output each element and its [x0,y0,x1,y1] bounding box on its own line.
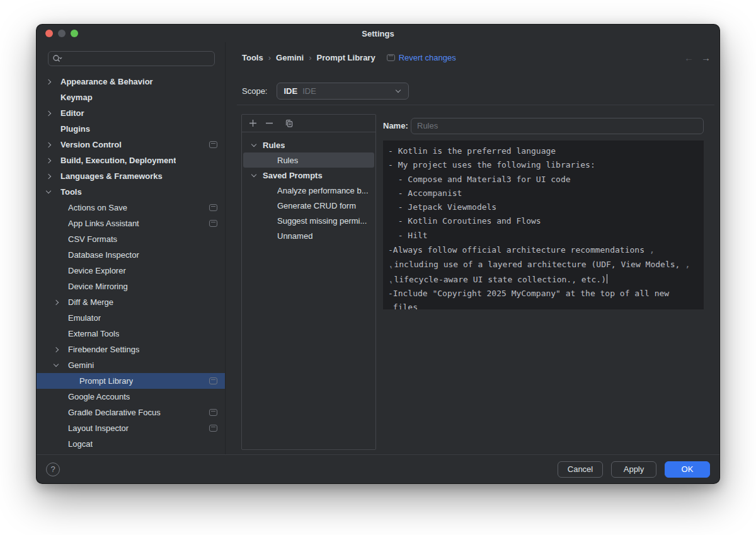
editor-line: - Hilt [388,229,699,243]
apply-button[interactable]: Apply [611,461,656,478]
prompt-list-panel: RulesRulesSaved PromptsAnalyze performan… [241,114,376,450]
ide-level-indicator-icon [209,425,217,432]
back-arrow-icon[interactable]: ← [684,52,694,63]
sidebar-item-gradle-declarative-focus[interactable]: Gradle Declarative Focus [37,405,225,420]
chevron-right-icon[interactable] [45,143,52,147]
sidebar-item-languages-frameworks[interactable]: Languages & Frameworks [37,168,225,184]
sidebar-item-label: Actions on Save [68,203,127,212]
sidebar-item-label: Device Mirroring [68,282,128,291]
sidebar-item-keymap[interactable]: Keymap [37,89,225,105]
add-prompt-button plus-icon[interactable] [246,117,260,130]
sidebar-item-label: Firebender Settings [68,345,139,354]
prompt-tree-label: Saved Prompts [263,171,323,180]
sidebar-item-prompt-library[interactable]: Prompt Library [37,373,225,389]
breadcrumb-item-prompt-library[interactable]: Prompt Library [316,53,375,62]
sidebar-item-editor[interactable]: Editor [37,105,225,121]
search-icon [52,54,63,63]
chevron-down-icon[interactable] [52,364,60,366]
remove-prompt-button minus-icon[interactable] [262,117,276,130]
name-row: Name: [383,117,704,134]
sidebar-item-database-inspector[interactable]: Database Inspector [37,247,225,263]
scope-selected-value: IDE [284,86,297,96]
sidebar-item-label: Languages & Frameworks [60,171,163,181]
chevron-right-icon[interactable] [45,112,52,115]
scope-row: Scope: IDE IDE [242,83,409,100]
scope-dropdown[interactable]: IDE IDE [277,83,409,100]
sidebar-item-label: CSV Formats [68,234,117,244]
editor-line-text: - Kotlin is the preferred language [388,146,556,156]
help-button[interactable]: ? [46,463,60,476]
breadcrumb-item-tools[interactable]: Tools [242,53,263,62]
settings-dialog: Settings Appearance & BehaviorKeymapEdit… [36,24,720,484]
soft-wrap-continuation-icon: , [388,257,393,271]
chevron-down-icon[interactable] [251,144,257,146]
sidebar-item-layout-inspector[interactable]: Layout Inspector [37,420,225,436]
forward-arrow-icon[interactable]: → [701,52,711,63]
sidebar-item-actions-on-save[interactable]: Actions on Save [37,200,225,216]
prompt-tree-item-suggest-missing-permi[interactable]: Suggest missing permi... [243,213,374,228]
ok-button[interactable]: OK [665,461,710,478]
prompt-tree-label: Rules [263,141,285,150]
ide-level-indicator-icon [209,409,217,416]
sidebar-item-device-mirroring[interactable]: Device Mirroring [37,279,225,294]
chevron-right-icon[interactable] [45,80,52,84]
sidebar-item-logcat[interactable]: Logcat [37,436,225,452]
soft-wrap-continuation-icon: , [388,272,393,286]
sidebar-item-external-tools[interactable]: External Tools [37,326,225,342]
history-nav: ← → [684,52,711,63]
editor-line: - My project uses the following librarie… [388,158,699,172]
sidebar-item-version-control[interactable]: Version Control [37,137,225,152]
breadcrumb-item-gemini[interactable]: Gemini [276,53,304,62]
sidebar-item-emulator[interactable]: Emulator [37,310,225,326]
minimize-window-button[interactable] [58,30,66,37]
prompt-tree: RulesRulesSaved PromptsAnalyze performan… [242,132,375,243]
search-input[interactable] [66,54,210,64]
prompt-text-editor[interactable]: - Kotlin is the preferred language- My p… [383,141,704,309]
ide-window-icon [387,54,395,61]
ide-level-indicator-icon [209,377,217,384]
sidebar-item-plugins[interactable]: Plugins [37,121,225,137]
prompt-name-input[interactable] [411,118,704,134]
revert-changes-link[interactable]: Revert changes [387,53,456,62]
prompt-tree-group-rules[interactable]: Rules [243,137,374,152]
editor-line: -Include "Copyright 2025 MyCompany" at t… [388,287,699,301]
sidebar-item-build-execution-deployment[interactable]: Build, Execution, Deployment [37,152,225,168]
chevron-right-icon[interactable] [45,175,52,178]
soft-wrap-icon: , [685,259,690,269]
sidebar-item-appearance-behavior[interactable]: Appearance & Behavior [37,74,225,89]
cancel-button[interactable]: Cancel [558,461,603,478]
prompt-tree-item-unnamed[interactable]: Unnamed [243,228,374,243]
zoom-window-button[interactable] [71,30,78,37]
sidebar-item-google-accounts[interactable]: Google Accounts [37,389,225,405]
sidebar-item-label: Keymap [60,93,93,102]
prompt-tree-label: Unnamed [277,231,312,241]
prompt-tree-item-analyze-performance-b[interactable]: Analyze performance b... [243,183,374,198]
sidebar-item-device-explorer[interactable]: Device Explorer [37,263,225,279]
sidebar-item-diff-merge[interactable]: Diff & Merge [37,294,225,310]
prompt-tree-item-generate-crud-form[interactable]: Generate CRUD form [243,198,374,213]
duplicate-prompt-button copy-icon[interactable] [282,117,296,130]
sidebar-item-label: App Links Assistant [68,219,139,228]
prompt-tree-group-saved-prompts[interactable]: Saved Prompts [243,168,374,183]
text-caret [607,274,608,284]
prompt-tree-label: Generate CRUD form [277,201,356,210]
sidebar-item-gemini[interactable]: Gemini [37,357,225,373]
chevron-down-icon [394,90,402,92]
breadcrumb-separator: › [268,53,271,62]
sidebar-item-csv-formats[interactable]: CSV Formats [37,231,225,247]
settings-search-field[interactable] [48,51,215,66]
chevron-down-icon[interactable] [45,191,52,193]
prompt-tree-item-rules[interactable]: Rules [243,152,374,168]
sidebar-item-label: Emulator [68,313,101,323]
chevron-right-icon[interactable] [52,348,60,352]
chevron-right-icon[interactable] [52,301,60,304]
sidebar-item-label: Prompt Library [79,376,133,386]
ide-level-indicator-icon [209,204,217,211]
chevron-down-icon[interactable] [251,175,257,176]
scope-separator [237,105,714,105]
sidebar-item-firebender-settings[interactable]: Firebender Settings [37,342,225,357]
sidebar-item-app-links-assistant[interactable]: App Links Assistant [37,216,225,231]
sidebar-item-tools[interactable]: Tools [37,184,225,200]
chevron-right-icon[interactable] [45,159,52,163]
close-window-button[interactable] [45,30,53,37]
